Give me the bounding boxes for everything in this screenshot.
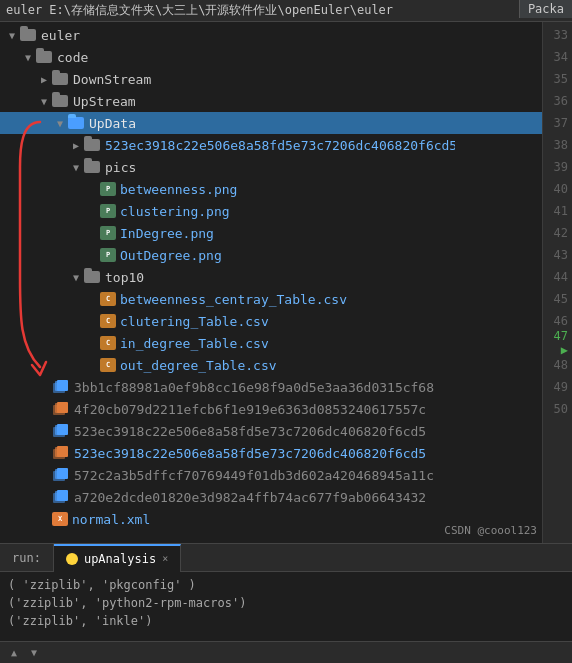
png-icon-clustering: P [100,204,116,218]
label-clustering-csv: clutering_Table.csv [120,314,269,329]
svg-rect-14 [57,468,68,479]
line-48: 48 [543,354,568,376]
tab-upanalysis-label: upAnalysis [84,552,156,566]
tree-item-clustering[interactable]: P clustering.png [0,200,542,222]
line-45: 45 [543,288,568,310]
png-icon-betweenness: P [100,182,116,196]
folder-icon-hash1 [84,138,102,152]
folder-icon-updata [68,116,86,130]
svg-rect-17 [57,490,68,501]
folder-icon-downstream [52,72,70,86]
line-37: 37 [543,112,568,134]
tree-item-outdegree[interactable]: P OutDegree.png [0,244,542,266]
label-betweenness: betweenness.png [120,182,237,197]
arrow-top10 [68,272,84,283]
label-clustering: clustering.png [120,204,230,219]
csv-icon-betweenness: C [100,292,116,306]
arrow-updata [52,118,68,129]
tree-item-euler[interactable]: euler [0,24,542,46]
scroll-up-arrow[interactable]: ▲ [6,645,22,661]
line-34: 34 [543,46,568,68]
arrow-euler [4,30,20,41]
line-38: 38 [543,134,568,156]
folder-icon-upstream [52,94,70,108]
line-43: 43 [543,244,568,266]
line-44: 44 [543,266,568,288]
label-indegree: InDegree.png [120,226,214,241]
folder-icon-euler [20,28,38,42]
label-betweenness-csv: betweenness_centray_Table.csv [120,292,347,307]
python-dot-icon [66,553,78,565]
scroll-arrows: ▲ ▼ [0,641,572,663]
tree-item-pics[interactable]: pics [0,156,542,178]
right-panel-tab[interactable]: Packa [519,0,572,18]
tab-upanalysis[interactable]: upAnalysis × [54,544,181,572]
label-file6: a720e2dcde01820e3d982a4ffb74ac677f9ab066… [74,490,426,505]
tree-item-updata[interactable]: UpData [0,112,542,134]
multifile-icon-5 [52,468,70,482]
multifile-icon-3 [52,424,70,438]
run-text: run: [12,551,41,565]
tree-item-outdegree-csv[interactable]: C out_degree_Table.csv [0,354,542,376]
label-file4: 523ec3918c22e506e8a58fd5e73c7206dc406820… [74,446,426,461]
tree-item-upstream[interactable]: UpStream [0,90,542,112]
top-bar: euler E:\存储信息文件夹\大三上\开源软件作业\openEuler\eu… [0,0,572,22]
bottom-tabs: run: upAnalysis × [0,544,572,572]
tree-item-file1[interactable]: 3bb1cf88981a0ef9b8cc16e98f9a0d5e3aa36d03… [0,376,542,398]
tree-item-file4[interactable]: 523ec3918c22e506e8a58fd5e73c7206dc406820… [0,442,542,464]
arrow-hash1 [68,140,84,151]
label-pics: pics [105,160,136,175]
bottom-panel: run: upAnalysis × ( 'zziplib', 'pkgconfi… [0,543,572,663]
bottom-line-3: ('zziplib', 'inkle') [8,612,564,630]
tree-item-indegree-csv[interactable]: C in_degree_Table.csv [0,332,542,354]
line-36: 36 [543,90,568,112]
tree-item-indegree[interactable]: P InDegree.png [0,222,542,244]
label-top10: top10 [105,270,144,285]
tree-item-file2[interactable]: 4f20cb079d2211efcb6f1e919e6363d085324061… [0,398,542,420]
label-outdegree-csv: out_degree_Table.csv [120,358,277,373]
csv-icon-outdegree: C [100,358,116,372]
tree-item-hash1[interactable]: 523ec3918c22e506e8a58fd5e73c7206dc406820… [0,134,542,156]
png-icon-outdegree: P [100,248,116,262]
tree-item-code[interactable]: code [0,46,542,68]
label-downstream: DownStream [73,72,151,87]
line-text-1: ( 'zziplib', 'pkgconfig' ) [8,578,196,592]
line-33: 33 [543,24,568,46]
close-tab-icon[interactable]: × [162,553,168,564]
label-hash1: 523ec3918c22e506e8a58fd5e73c7206dc406820… [105,138,455,153]
line-text-3: ('zziplib', 'inkle') [8,614,153,628]
svg-rect-5 [57,402,68,413]
folder-icon-top10 [84,270,102,284]
tree-item-file5[interactable]: 572c2a3b5dffcf70769449f01db3d602a4204689… [0,464,542,486]
label-normalxml: normal.xml [72,512,150,527]
label-file1: 3bb1cf88981a0ef9b8cc16e98f9a0d5e3aa36d03… [74,380,434,395]
arrow-pics [68,162,84,173]
scroll-down-arrow[interactable]: ▼ [26,645,42,661]
label-updata: UpData [89,116,136,131]
tree-item-file6[interactable]: a720e2dcde01820e3d982a4ffb74ac677f9ab066… [0,486,542,508]
line-49: 49 [543,376,568,398]
line-47: 47 ▶ [543,332,568,354]
arrow-downstream [36,74,52,85]
label-file2: 4f20cb079d2211efcb6f1e919e6363d085324061… [74,402,426,417]
tree-item-betweenness[interactable]: P betweenness.png [0,178,542,200]
tree-item-normalxml[interactable]: X normal.xml [0,508,542,530]
tree-item-betweenness-csv[interactable]: C betweenness_centray_Table.csv [0,288,542,310]
tree-item-downstream[interactable]: DownStream [0,68,542,90]
arrow-code [20,52,36,63]
tree-item-clustering-csv[interactable]: C clutering_Table.csv [0,310,542,332]
line-text-2: ('zziplib', 'python2-rpm-macros') [8,596,246,610]
line-50: 50 [543,398,568,420]
multifile-icon-1 [52,380,70,394]
label-file3: 523ec3918c22e506e8a58fd5e73c7206dc406820… [74,424,426,439]
line-39: 39 [543,156,568,178]
line-41: 41 [543,200,568,222]
top-bar-path: euler E:\存储信息文件夹\大三上\开源软件作业\openEuler\eu… [6,2,393,19]
tree-item-top10[interactable]: top10 [0,266,542,288]
line-40: 40 [543,178,568,200]
png-icon-indegree: P [100,226,116,240]
bottom-line-1: ( 'zziplib', 'pkgconfig' ) [8,576,564,594]
svg-rect-8 [57,424,68,435]
tree-item-file3[interactable]: 523ec3918c22e506e8a58fd5e73c7206dc406820… [0,420,542,442]
xml-icon-normal: X [52,512,68,526]
